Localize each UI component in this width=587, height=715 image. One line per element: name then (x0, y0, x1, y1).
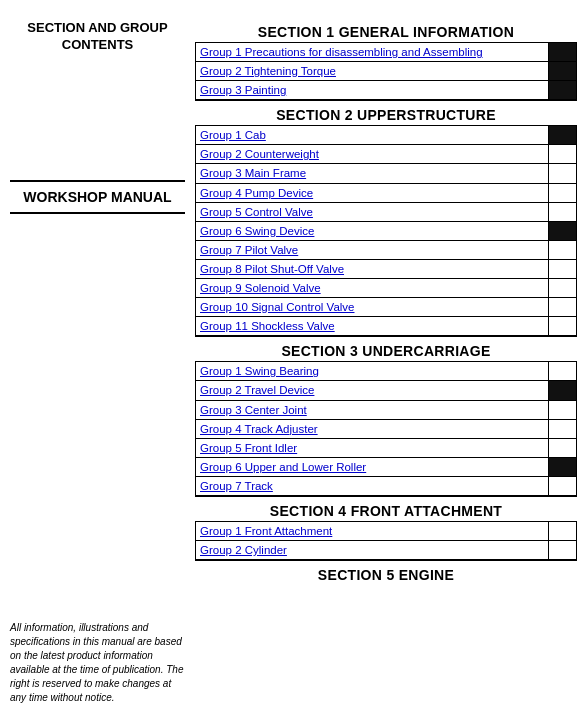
group-tab-2-1 (548, 126, 576, 144)
list-item[interactable]: Group 3 Center Joint (196, 400, 576, 419)
list-item[interactable]: Group 7 Pilot Valve (196, 240, 576, 259)
list-item[interactable]: Group 2 Cylinder (196, 540, 576, 560)
list-item[interactable]: Group 5 Control Valve (196, 202, 576, 221)
group-tab-4-1 (548, 522, 576, 540)
group-tab-1-2 (548, 62, 576, 80)
group-label-2-6: Group 6 Swing Device (196, 222, 548, 240)
list-item[interactable]: Group 3 Main Frame (196, 163, 576, 182)
group-tab-3-4 (548, 420, 576, 438)
group-label-1-1: Group 1 Precautions for disassembling an… (196, 43, 548, 61)
section-header-2: SECTION 2 UPPERSTRUCTURE (195, 103, 577, 125)
list-item[interactable]: Group 6 Swing Device (196, 221, 576, 240)
section-block-1: SECTION 1 GENERAL INFORMATIONGroup 1 Pre… (195, 20, 577, 101)
list-item[interactable]: Group 1 Cab (196, 125, 576, 144)
group-label-2-5: Group 5 Control Valve (196, 203, 548, 221)
group-label-2-8: Group 8 Pilot Shut-Off Valve (196, 260, 548, 278)
group-tab-4-2 (548, 541, 576, 559)
section-header-5: SECTION 5 ENGINE (195, 563, 577, 585)
list-item[interactable]: Group 1 Precautions for disassembling an… (196, 42, 576, 61)
group-tab-3-2 (548, 381, 576, 399)
group-label-3-4: Group 4 Track Adjuster (196, 420, 548, 438)
list-item[interactable]: Group 7 Track (196, 476, 576, 496)
group-label-2-4: Group 4 Pump Device (196, 184, 548, 202)
group-label-4-2: Group 2 Cylinder (196, 541, 548, 559)
page: SECTION AND GROUP CONTENTS WORKSHOP MANU… (0, 0, 587, 715)
list-item[interactable]: Group 3 Painting (196, 80, 576, 100)
group-label-2-9: Group 9 Solenoid Valve (196, 279, 548, 297)
group-tab-2-10 (548, 298, 576, 316)
group-tab-2-11 (548, 317, 576, 335)
group-tab-3-5 (548, 439, 576, 457)
list-item[interactable]: Group 9 Solenoid Valve (196, 278, 576, 297)
section-block-5: SECTION 5 ENGINE (195, 563, 577, 585)
right-panel: SECTION 1 GENERAL INFORMATIONGroup 1 Pre… (195, 20, 577, 705)
group-tab-2-9 (548, 279, 576, 297)
group-tab-2-3 (548, 164, 576, 182)
group-label-2-7: Group 7 Pilot Valve (196, 241, 548, 259)
group-label-3-2: Group 2 Travel Device (196, 381, 548, 399)
list-item[interactable]: Group 8 Pilot Shut-Off Valve (196, 259, 576, 278)
group-label-3-1: Group 1 Swing Bearing (196, 362, 548, 380)
group-label-2-11: Group 11 Shockless Valve (196, 317, 548, 335)
section-header-3: SECTION 3 UNDERCARRIAGE (195, 339, 577, 361)
list-item[interactable]: Group 1 Front Attachment (196, 521, 576, 540)
section-group-contents-title: SECTION AND GROUP CONTENTS (10, 20, 185, 54)
list-item[interactable]: Group 1 Swing Bearing (196, 361, 576, 380)
group-tab-2-7 (548, 241, 576, 259)
workshop-manual-label: WORKSHOP MANUAL (10, 180, 185, 214)
list-item[interactable]: Group 4 Track Adjuster (196, 419, 576, 438)
group-label-2-1: Group 1 Cab (196, 126, 548, 144)
group-tab-2-8 (548, 260, 576, 278)
group-tab-2-4 (548, 184, 576, 202)
list-item[interactable]: Group 5 Front Idler (196, 438, 576, 457)
section-block-2: SECTION 2 UPPERSTRUCTUREGroup 1 CabGroup… (195, 103, 577, 337)
group-tab-2-2 (548, 145, 576, 163)
group-label-2-2: Group 2 Counterweight (196, 145, 548, 163)
group-tab-3-1 (548, 362, 576, 380)
group-label-2-3: Group 3 Main Frame (196, 164, 548, 182)
group-tab-2-5 (548, 203, 576, 221)
section-header-4: SECTION 4 FRONT ATTACHMENT (195, 499, 577, 521)
group-label-3-6: Group 6 Upper and Lower Roller (196, 458, 548, 476)
left-panel: SECTION AND GROUP CONTENTS WORKSHOP MANU… (10, 20, 195, 705)
group-tab-3-6 (548, 458, 576, 476)
group-label-2-10: Group 10 Signal Control Valve (196, 298, 548, 316)
list-item[interactable]: Group 6 Upper and Lower Roller (196, 457, 576, 476)
list-item[interactable]: Group 4 Pump Device (196, 183, 576, 202)
list-item[interactable]: Group 10 Signal Control Valve (196, 297, 576, 316)
group-tab-3-3 (548, 401, 576, 419)
group-label-1-3: Group 3 Painting (196, 81, 548, 99)
disclaimer-text: All information, illustrations and speci… (10, 601, 185, 705)
group-label-3-3: Group 3 Center Joint (196, 401, 548, 419)
list-item[interactable]: Group 2 Counterweight (196, 144, 576, 163)
group-tab-1-3 (548, 81, 576, 99)
list-item[interactable]: Group 2 Travel Device (196, 380, 576, 399)
group-label-3-7: Group 7 Track (196, 477, 548, 495)
section-block-4: SECTION 4 FRONT ATTACHMENTGroup 1 Front … (195, 499, 577, 561)
group-tab-1-1 (548, 43, 576, 61)
section-header-1: SECTION 1 GENERAL INFORMATION (195, 20, 577, 42)
list-item[interactable]: Group 11 Shockless Valve (196, 316, 576, 336)
list-item[interactable]: Group 2 Tightening Torque (196, 61, 576, 80)
section-block-3: SECTION 3 UNDERCARRIAGEGroup 1 Swing Bea… (195, 339, 577, 497)
group-tab-3-7 (548, 477, 576, 495)
group-label-4-1: Group 1 Front Attachment (196, 522, 548, 540)
group-label-3-5: Group 5 Front Idler (196, 439, 548, 457)
group-tab-2-6 (548, 222, 576, 240)
group-label-1-2: Group 2 Tightening Torque (196, 62, 548, 80)
